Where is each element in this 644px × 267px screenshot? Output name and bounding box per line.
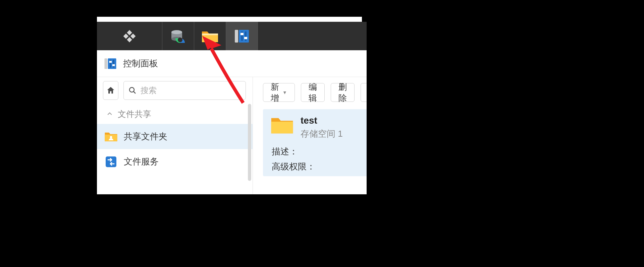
content-area: 新增 ▼ 编辑 删除 加密 <box>253 77 367 194</box>
control-panel-icon <box>234 28 250 44</box>
svg-rect-17 <box>105 58 107 69</box>
folder-icon <box>270 115 294 135</box>
sidebar-item-file-services[interactable]: 文件服务 <box>97 149 253 174</box>
sidebar-group-label: 文件共享 <box>118 109 151 120</box>
main-content: 文件共享 共享文件夹 文件服务 <box>97 77 367 194</box>
svg-rect-21 <box>109 61 112 63</box>
svg-rect-12 <box>239 30 249 43</box>
shared-folder-icon <box>104 131 118 142</box>
svg-rect-1 <box>130 34 136 39</box>
folder-header-row: test 存储空间 1 <box>270 115 367 140</box>
delete-button[interactable]: 删除 <box>331 83 355 102</box>
svg-rect-0 <box>127 30 132 35</box>
encrypt-button[interactable]: 加密 <box>361 83 367 102</box>
svg-rect-10 <box>202 34 218 35</box>
description-field: 描述： <box>272 146 367 157</box>
sidebar-search-row <box>97 77 253 104</box>
taskbar-storage-button[interactable] <box>162 22 194 50</box>
selected-folder-panel[interactable]: test 存储空间 1 描述： 高级权限： <box>263 109 367 176</box>
search-input[interactable] <box>141 86 241 95</box>
svg-rect-16 <box>244 37 247 39</box>
taskbar-control-panel-button[interactable] <box>226 22 258 50</box>
svg-rect-14 <box>245 31 247 41</box>
add-button[interactable]: 新增 ▼ <box>263 83 295 102</box>
sidebar-item-label: 文件服务 <box>124 156 159 168</box>
taskbar <box>97 22 367 50</box>
toolbar: 新增 ▼ 编辑 删除 加密 <box>263 83 367 102</box>
svg-point-23 <box>129 87 134 92</box>
home-icon <box>106 86 115 95</box>
svg-rect-20 <box>113 60 114 67</box>
svg-rect-18 <box>108 58 116 69</box>
folder-volume: 存储空间 1 <box>301 128 343 140</box>
sidebar-group-file-sharing[interactable]: 文件共享 <box>97 104 253 124</box>
sidebar-scrollbar[interactable] <box>248 104 251 181</box>
taskbar-apps-button[interactable] <box>97 22 162 50</box>
svg-rect-28 <box>271 122 293 133</box>
svg-rect-15 <box>240 33 244 35</box>
home-button[interactable] <box>103 81 118 100</box>
control-panel-icon <box>104 57 117 70</box>
search-box[interactable] <box>123 81 246 100</box>
search-icon <box>128 86 137 94</box>
sidebar-item-shared-folder[interactable]: 共享文件夹 <box>97 124 253 149</box>
svg-rect-9 <box>202 34 218 42</box>
svg-point-26 <box>110 136 112 138</box>
svg-rect-11 <box>235 30 238 43</box>
svg-rect-27 <box>106 156 116 167</box>
svg-point-8 <box>178 38 182 42</box>
svg-line-24 <box>133 91 136 93</box>
button-label: 删除 <box>338 81 347 104</box>
chevron-down-icon: ▼ <box>282 90 287 95</box>
sidebar: 文件共享 共享文件夹 文件服务 <box>97 77 253 194</box>
apps-grid-icon <box>122 29 137 44</box>
button-label: 新增 <box>271 81 279 104</box>
button-label: 编辑 <box>309 81 317 104</box>
folder-details: 描述： 高级权限： <box>270 146 367 173</box>
window-header: 控制面板 <box>97 50 367 77</box>
window-title: 控制面板 <box>123 58 158 69</box>
folder-name: test <box>301 115 343 126</box>
sidebar-item-label: 共享文件夹 <box>124 131 167 142</box>
svg-rect-2 <box>123 34 129 39</box>
edit-button[interactable]: 编辑 <box>301 83 325 102</box>
chevron-up-icon <box>106 111 113 117</box>
file-services-icon <box>104 155 118 169</box>
taskbar-file-station-button[interactable] <box>194 22 226 50</box>
advanced-permissions-field: 高级权限： <box>272 161 367 173</box>
svg-rect-3 <box>127 37 132 42</box>
control-panel-window: 控制面板 <box>97 22 367 194</box>
svg-point-7 <box>171 30 182 34</box>
storage-manager-icon <box>169 27 187 45</box>
svg-rect-22 <box>112 64 115 66</box>
folder-icon <box>201 29 219 44</box>
